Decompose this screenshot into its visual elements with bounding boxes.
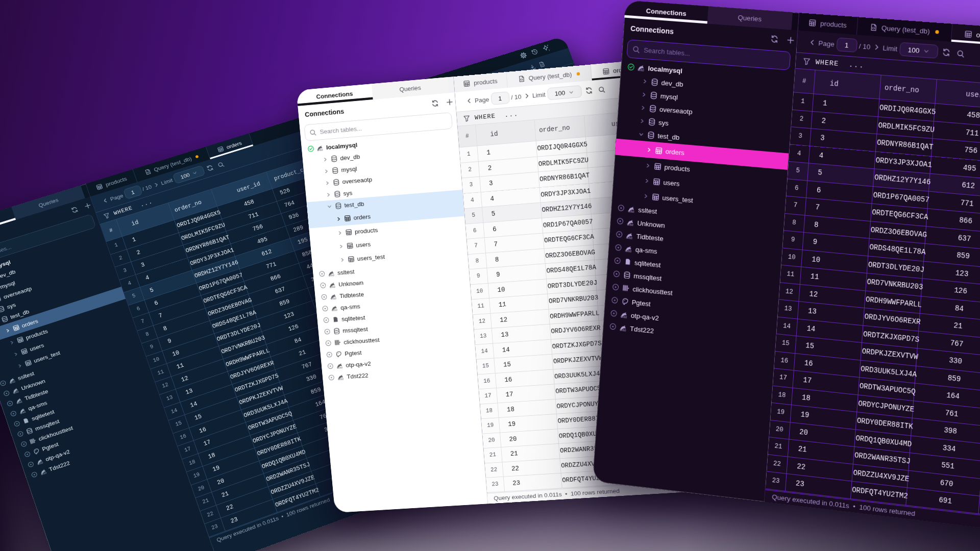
svg-text:MySQL: MySQL xyxy=(627,223,633,226)
svg-text:MySQL: MySQL xyxy=(330,285,335,288)
svg-text:MySQL: MySQL xyxy=(621,315,627,318)
svg-text:MySQL: MySQL xyxy=(338,378,344,380)
svg-text:MySQL: MySQL xyxy=(332,308,337,311)
svg-text:MySQL: MySQL xyxy=(331,297,336,299)
svg-text:MySQL: MySQL xyxy=(625,249,632,252)
svg-text:MySQL: MySQL xyxy=(620,328,626,331)
svg-text:MySQL: MySQL xyxy=(317,148,323,151)
svg-text:MySQL: MySQL xyxy=(337,366,342,368)
svg-text:MySQL: MySQL xyxy=(628,210,634,213)
svg-text:MySQL: MySQL xyxy=(638,68,644,71)
svg-text:MySQL: MySQL xyxy=(626,236,633,239)
svg-text:MySQL: MySQL xyxy=(329,273,334,276)
